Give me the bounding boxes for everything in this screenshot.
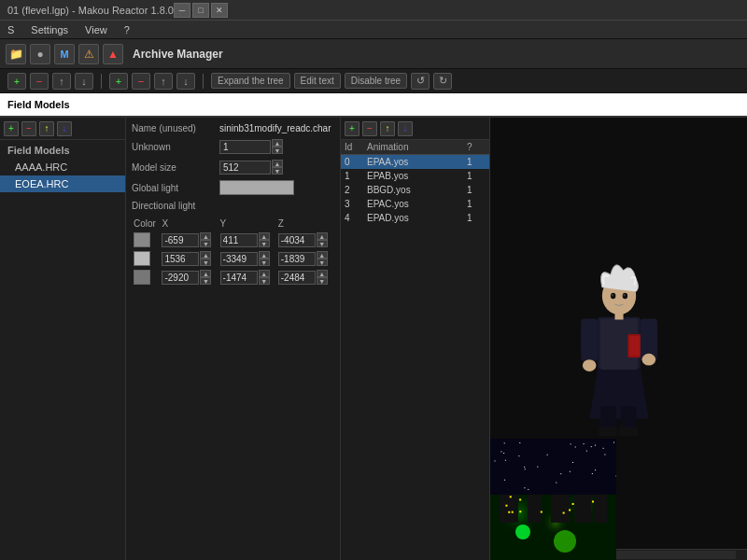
dir-light-row-2: ▲▼ ▲▼ ▲▼ [132, 268, 334, 287]
tree-item-eoea[interactable]: EOEA.HRC [0, 175, 125, 192]
dl-z-input-1[interactable] [278, 252, 316, 266]
directional-light-label: Directional light [132, 201, 216, 211]
list-remove-button[interactable]: − [362, 121, 377, 136]
redo-button[interactable]: ↻ [433, 73, 452, 90]
anim-name-4: EPAD.yos [367, 213, 463, 223]
model-size-up[interactable]: ▲ [272, 160, 283, 167]
list-down-button[interactable]: ↓ [398, 121, 413, 136]
anim-rows-container: 0 EPAA.yos 1 1 EPAB.yos 1 2 BBGD.yos 1 3… [341, 155, 489, 225]
global-light-label: Global light [132, 183, 216, 193]
dl-y-down-0[interactable]: ▼ [259, 240, 270, 247]
remove-button-2[interactable]: − [132, 73, 150, 90]
dl-z-down-0[interactable]: ▼ [317, 240, 328, 247]
dl-x-down-1[interactable]: ▼ [200, 259, 211, 266]
unknown-spinner: ▲ ▼ [219, 139, 283, 154]
model-size-row: Model size ▲ ▼ [132, 160, 334, 175]
anim-row-4[interactable]: 4 EPAD.yos 1 [341, 211, 489, 225]
svg-marker-1 [589, 368, 649, 419]
sub-toolbar: + − ↑ ↓ + − ↑ ↓ Expand the tree Edit tex… [0, 69, 747, 93]
disable-tree-button[interactable]: Disable tree [345, 73, 407, 89]
expand-tree-button[interactable]: Expand the tree [211, 73, 290, 89]
dl-y-spinner-1: ▲▼ [220, 251, 275, 266]
dl-y-up-2[interactable]: ▲ [259, 270, 270, 277]
model-size-down[interactable]: ▼ [272, 167, 283, 175]
dl-swatch-1[interactable] [134, 251, 150, 266]
anim-row-2[interactable]: 2 BBGD.yos 1 [341, 183, 489, 197]
dl-x-input-2[interactable] [162, 271, 199, 285]
list-up-button[interactable]: ↑ [380, 121, 395, 136]
x-col-header: X [160, 217, 218, 231]
dl-x-down-2[interactable]: ▼ [200, 277, 211, 285]
model-size-input[interactable] [219, 161, 271, 175]
dl-swatch-0[interactable] [134, 232, 150, 247]
dl-z-input-0[interactable] [278, 233, 316, 247]
dl-x-down-0[interactable]: ▼ [200, 240, 211, 247]
menu-file[interactable]: S [4, 22, 18, 37]
unknown-input[interactable] [219, 140, 271, 154]
left-up-button[interactable]: ↑ [39, 121, 54, 136]
tree-item-aaaa[interactable]: AAAA.HRC [0, 159, 125, 175]
global-light-swatch[interactable] [219, 180, 294, 195]
directional-light-table: Color X Y Z ▲▼ ▲▼ [132, 217, 334, 287]
dl-z-up-1[interactable]: ▲ [317, 251, 328, 259]
down-button-2[interactable]: ↓ [176, 73, 195, 90]
y-col-header: Y [218, 217, 276, 231]
dl-x-up-1[interactable]: ▲ [200, 251, 211, 259]
dl-x-up-2[interactable]: ▲ [200, 270, 211, 277]
main-content: + − ↑ ↓ Field Models AAAA.HRC EOEA.HRC N… [0, 118, 747, 560]
dl-y-input-0[interactable] [220, 233, 258, 247]
anim-row-3[interactable]: 3 EPAC.yos 1 [341, 197, 489, 211]
list-add-button[interactable]: + [345, 121, 359, 136]
undo-button[interactable]: ↺ [411, 73, 430, 90]
close-button[interactable]: ✕ [211, 3, 228, 18]
anim-id-1: 1 [345, 171, 363, 181]
remove-button-top[interactable]: − [30, 73, 49, 90]
unknown-up[interactable]: ▲ [272, 139, 283, 147]
dl-y-up-0[interactable]: ▲ [259, 232, 270, 240]
left-remove-button[interactable]: − [21, 121, 36, 136]
dl-x-spinner-1: ▲▼ [162, 251, 216, 266]
add-button-top[interactable]: + [7, 73, 26, 90]
menu-settings[interactable]: Settings [27, 22, 72, 37]
dl-x-input-0[interactable] [162, 233, 199, 247]
menu-view[interactable]: View [81, 22, 111, 37]
dl-y-input-2[interactable] [220, 271, 258, 285]
edit-text-button[interactable]: Edit text [294, 73, 341, 89]
menu-help[interactable]: ? [120, 22, 134, 37]
unknown-down[interactable]: ▼ [272, 147, 283, 154]
minimize-button[interactable]: ─ [174, 3, 190, 18]
dl-x-spinner-0: ▲▼ [162, 232, 216, 247]
dl-y-spinner-2: ▲▼ [220, 270, 275, 285]
dl-y-up-1[interactable]: ▲ [259, 251, 270, 259]
dl-y-input-1[interactable] [220, 252, 258, 266]
dl-swatch-2[interactable] [134, 270, 150, 285]
toolbar-icon-m[interactable]: M [54, 44, 75, 64]
dl-z-up-2[interactable]: ▲ [317, 270, 328, 277]
dl-y-down-1[interactable]: ▼ [259, 259, 270, 266]
dl-y-down-2[interactable]: ▼ [259, 277, 270, 285]
svg-point-14 [641, 354, 655, 366]
toolbar-icon-1[interactable]: 📁 [6, 44, 26, 64]
dl-z-down-1[interactable]: ▼ [317, 259, 328, 266]
color-col-header: Color [132, 217, 160, 231]
up-button-2[interactable]: ↑ [154, 73, 173, 90]
tree-item-field-models[interactable]: Field Models [0, 142, 125, 159]
down-button-top[interactable]: ↓ [75, 73, 93, 90]
dl-x-input-1[interactable] [162, 252, 199, 266]
dl-z-down-2[interactable]: ▼ [317, 277, 328, 285]
up-button-top[interactable]: ↑ [52, 73, 71, 90]
anim-row-1[interactable]: 1 EPAB.yos 1 [341, 169, 489, 183]
toolbar-icon-2[interactable]: ● [30, 44, 50, 64]
dl-x-up-0[interactable]: ▲ [200, 232, 211, 240]
left-add-button[interactable]: + [4, 121, 19, 136]
dl-z-up-0[interactable]: ▲ [317, 232, 328, 240]
toolbar-icon-warning[interactable]: ⚠ [78, 44, 99, 64]
add-button-2[interactable]: + [109, 73, 128, 90]
dl-z-input-2[interactable] [278, 271, 316, 285]
maximize-button[interactable]: □ [192, 3, 209, 18]
left-down-button[interactable]: ↓ [57, 121, 72, 136]
anim-row-0[interactable]: 0 EPAA.yos 1 [341, 155, 489, 169]
svg-rect-11 [581, 319, 598, 361]
svg-rect-17 [599, 427, 617, 436]
toolbar-icon-flag[interactable]: ▲ [103, 44, 123, 64]
